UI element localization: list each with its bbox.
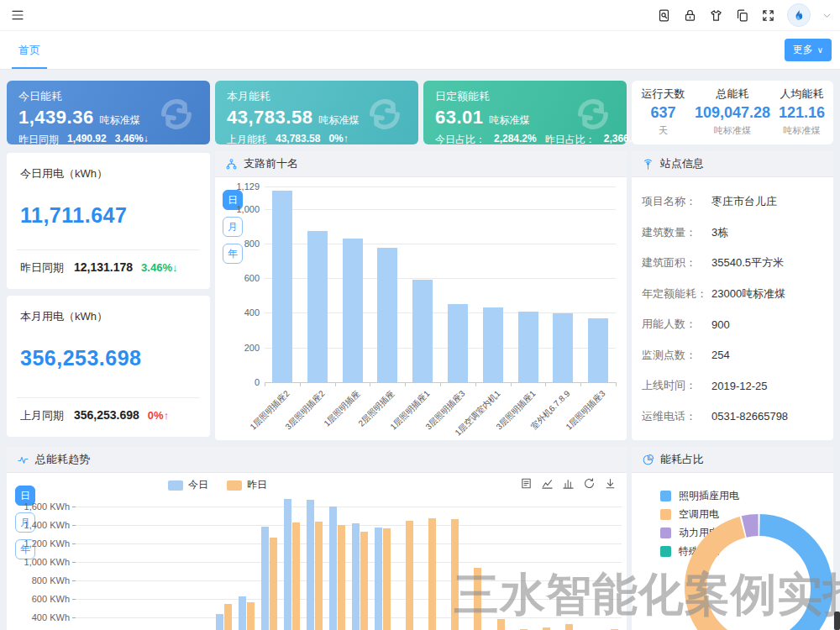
summary-card-unit: 吨标准煤: [490, 113, 530, 128]
chevron-down-icon[interactable]: [822, 11, 832, 20]
site-info-row: 建筑数量：3栋: [642, 218, 825, 249]
branch-top10-panel: 支路前十名 日月年 02004006008001,0001,1291层照明插座2…: [215, 151, 627, 440]
lock-icon[interactable]: [683, 8, 697, 23]
trend-bar-今日[interactable]: [239, 596, 246, 630]
usage-footer-delta: 3.46%↓: [141, 261, 177, 274]
axis-tick: [405, 382, 406, 386]
chevron-down-icon: ∨: [817, 45, 823, 55]
axis-tick: [72, 580, 76, 581]
branch-bar[interactable]: [307, 231, 328, 382]
trend-bar-昨日[interactable]: [270, 538, 277, 630]
branch-bar[interactable]: [377, 248, 397, 382]
trend-bar-昨日[interactable]: [338, 525, 345, 630]
fullscreen-icon[interactable]: [761, 8, 775, 23]
axis-tick: [72, 525, 76, 526]
trend-bar-昨日[interactable]: [406, 521, 413, 630]
usage-card-title: 今日用电（kWh）: [20, 166, 197, 181]
more-button[interactable]: 更多 ∨: [785, 39, 832, 61]
y-axis-label: 800: [215, 239, 260, 249]
site-row-value: 枣庄市台儿庄: [711, 194, 777, 209]
donut-segment-动力用电[interactable]: [744, 525, 759, 527]
usage-card-1: 今日用电（kWh）11,711.647昨日同期12,131.1783.46%↓: [7, 153, 210, 289]
trend-bar-昨日[interactable]: [474, 568, 481, 630]
stat-column: 运行天数637天: [632, 81, 695, 144]
branch-bar[interactable]: [553, 313, 573, 382]
stat-unit: 吨标准煤: [770, 124, 833, 137]
trend-bar-昨日[interactable]: [451, 519, 459, 630]
usage-card-value: 356,253.698: [20, 346, 197, 370]
audit-log-icon[interactable]: [657, 8, 671, 23]
trend-bar-昨日[interactable]: [360, 532, 368, 630]
trend-bar-今日[interactable]: [352, 523, 360, 630]
gridline: [76, 617, 622, 618]
trend-bar-今日[interactable]: [216, 614, 223, 630]
site-info-row: 运维电话：0531-82665798: [642, 402, 825, 433]
site-row-value: 254: [711, 349, 730, 361]
trend-bar-今日[interactable]: [284, 499, 291, 630]
gridline: [76, 507, 622, 507]
energy-trend-panel: 总能耗趋势 今日昨日 日月年 1,600 KWh1,400 KWh1,200 K…: [7, 447, 627, 630]
trend-bar-chart: 1,600 KWh1,400 KWh1,200 KWh1,000 KWh800 …: [7, 447, 627, 630]
overview-stats-panel: 运行天数637天总能耗109,047.28吨标准煤人均能耗121.16吨标准煤: [632, 81, 833, 144]
branch-bar[interactable]: [588, 318, 608, 382]
summary-card-2: 本月能耗43,783.58吨标准煤上月能耗43,783.580%↑: [215, 81, 418, 144]
axis-tick: [72, 543, 76, 544]
trend-bar-昨日[interactable]: [543, 627, 550, 630]
trend-bar-今日[interactable]: [329, 507, 337, 630]
app-root: 首页 更多 ∨ 今日能耗1,439.36吨标准煤昨日同期1,490.923.46…: [0, 0, 840, 630]
trend-bar-今日[interactable]: [307, 500, 314, 630]
copy-icon[interactable]: [735, 8, 749, 23]
theme-icon[interactable]: [709, 8, 723, 23]
tab-home[interactable]: 首页: [12, 43, 47, 69]
trend-bar-今日[interactable]: [261, 527, 269, 630]
stat-label: 运行天数: [632, 87, 695, 102]
usage-footer-value: 12,131.178: [74, 260, 133, 274]
axis-tick: [72, 562, 76, 563]
scrollbar-thumb[interactable]: [834, 612, 840, 630]
trend-bar-昨日[interactable]: [292, 522, 300, 630]
site-row-label: 建筑数量：: [642, 225, 711, 240]
summary-footer-segment: 1,490.92: [67, 133, 107, 147]
summary-footer-segment: 上月能耗: [227, 133, 267, 147]
site-row-label: 运维电话：: [642, 409, 711, 424]
donut-segment-空调用电[interactable]: [696, 527, 758, 630]
site-panel-title: 站点信息: [660, 156, 704, 171]
more-button-label: 更多: [793, 43, 813, 57]
summary-footer-segment: 昨日同期: [18, 133, 59, 147]
site-row-label: 建筑面积：: [642, 255, 711, 270]
axis-tick: [72, 617, 76, 618]
y-axis-label: 1,000 KWh: [7, 557, 70, 567]
branch-bar[interactable]: [483, 307, 503, 382]
trend-bar-昨日[interactable]: [224, 604, 232, 630]
trend-bar-昨日[interactable]: [497, 619, 505, 630]
summary-footer-segment: 0%↑: [328, 133, 348, 147]
site-info-row: 建筑面积：35540.5平方米: [642, 248, 825, 279]
avatar[interactable]: [787, 3, 811, 27]
axis-tick: [265, 382, 265, 386]
trend-bar-昨日[interactable]: [565, 624, 573, 630]
trend-bar-昨日[interactable]: [315, 522, 323, 630]
y-axis-label: 1,600 KWh: [7, 501, 70, 512]
summary-card-value: 43,783.58: [227, 107, 312, 129]
branch-bar-chart: 02004006008001,0001,1291层照明插座23层照明插座21层照…: [215, 151, 627, 440]
trend-bar-昨日[interactable]: [383, 528, 391, 630]
trend-bar-昨日[interactable]: [428, 518, 436, 630]
branch-bar[interactable]: [343, 239, 363, 382]
usage-card-footer: 昨日同期12,131.1783.46%↓: [20, 260, 177, 276]
menu-icon[interactable]: [10, 8, 25, 22]
site-info-row: 监测点数：254: [642, 340, 825, 371]
branch-bar[interactable]: [448, 304, 468, 382]
branch-bar[interactable]: [412, 280, 433, 382]
site-row-value: 3栋: [711, 225, 728, 240]
donut-segment-照明插座用电[interactable]: [759, 525, 822, 630]
tab-bar: 首页 更多 ∨: [0, 31, 840, 70]
branch-bar[interactable]: [272, 191, 292, 382]
site-row-value: 35540.5平方米: [711, 255, 784, 270]
summary-footer-segment: 今日占比：: [435, 133, 486, 147]
site-info-row: 上线时间：2019-12-25: [642, 370, 825, 402]
trend-bar-今日[interactable]: [375, 528, 382, 630]
trend-bar-昨日[interactable]: [247, 602, 255, 630]
y-axis-label: 0: [215, 377, 260, 387]
refresh-icon: [155, 92, 198, 136]
branch-bar[interactable]: [518, 312, 538, 382]
